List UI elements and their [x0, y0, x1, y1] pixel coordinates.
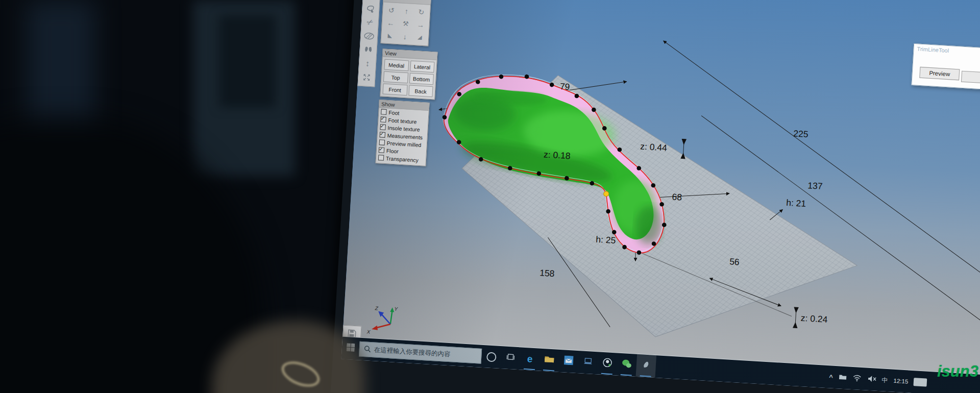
- ok-button[interactable]: OK: [961, 71, 980, 86]
- checkbox[interactable]: [379, 139, 385, 145]
- tray-folder-icon[interactable]: [838, 374, 847, 382]
- search-input[interactable]: 在這裡輸入你要搜尋的內容: [359, 341, 482, 364]
- insole-app-button[interactable]: [636, 354, 657, 378]
- show-item-label: Transparency: [386, 155, 419, 163]
- label-z-forefoot: z: 0.44: [640, 141, 668, 153]
- move-left-icon[interactable]: [383, 16, 399, 29]
- cortana-button[interactable]: [481, 345, 502, 369]
- checkbox[interactable]: [379, 132, 385, 138]
- mail-app-button[interactable]: [558, 350, 579, 373]
- label-forefoot-width: 79: [559, 81, 570, 92]
- clock[interactable]: 12:15: [893, 378, 908, 385]
- show-item-label: Floor: [386, 148, 399, 154]
- label-mid-length: 137: [807, 180, 823, 191]
- wifi-icon[interactable]: [852, 374, 862, 383]
- wechat-icon: [621, 359, 632, 371]
- selected-trim-point[interactable]: [603, 191, 609, 197]
- label-total-length: 225: [793, 128, 808, 139]
- qq-button[interactable]: [597, 352, 618, 375]
- view-lateral-button[interactable]: Lateral: [410, 61, 435, 73]
- background-monitor-shadow: [219, 15, 276, 107]
- checkbox[interactable]: [380, 116, 386, 122]
- task-view-icon: [506, 353, 515, 363]
- axis-x-label: X: [366, 329, 371, 334]
- view-panel: View Medial Lateral Top Bottom Front Bac…: [380, 48, 437, 100]
- search-icon: [363, 345, 371, 354]
- hatch-area-icon[interactable]: [364, 31, 375, 41]
- folder-icon: [544, 355, 555, 365]
- tray-expand-icon[interactable]: [829, 373, 833, 381]
- monitor-screen: 79 225 137 h: 21 z: 0.44 z: 0.18 68 h: 2…: [341, 0, 980, 393]
- label-z-heel: z: 0.24: [800, 313, 828, 325]
- cortana-icon: [486, 352, 496, 362]
- tilt-left-icon[interactable]: [382, 29, 398, 42]
- mail-icon: [564, 356, 573, 367]
- task-view-button[interactable]: [500, 346, 521, 370]
- search-placeholder: 在這裡輸入你要搜尋的內容: [374, 346, 451, 359]
- tools-icon[interactable]: [398, 17, 413, 30]
- insole-app-icon: [641, 359, 651, 372]
- ime-indicator[interactable]: 中: [881, 376, 888, 385]
- wechat-button[interactable]: [617, 353, 638, 377]
- label-lateral-height: h: 21: [786, 198, 806, 209]
- laptop-icon: [582, 357, 593, 368]
- checkbox[interactable]: [380, 124, 386, 130]
- view-back-button[interactable]: Back: [408, 85, 433, 97]
- navigation-panel: [380, 0, 431, 46]
- checkbox[interactable]: [379, 147, 385, 153]
- volume-muted-icon[interactable]: [867, 375, 876, 384]
- this-pc-button[interactable]: [578, 351, 599, 374]
- show-item-label: Foot: [388, 109, 400, 116]
- expand-icon[interactable]: [361, 72, 372, 82]
- checkbox[interactable]: [378, 155, 384, 161]
- preview-button[interactable]: Preview: [919, 67, 960, 81]
- file-explorer-button[interactable]: [539, 349, 560, 372]
- label-arch-width: 68: [672, 191, 682, 202]
- view-top-button[interactable]: Top: [383, 71, 408, 84]
- photo-of-monitor: 79 225 137 h: 21 z: 0.44 z: 0.18 68 h: 2…: [0, 0, 980, 393]
- height-adjust-icon[interactable]: [362, 59, 373, 68]
- rotate-cw-icon[interactable]: [413, 6, 429, 18]
- label-z-medial: z: 0.18: [543, 149, 571, 161]
- move-up-icon[interactable]: [399, 5, 414, 17]
- show-panel: Show Foot Foot texture Insole texture Me…: [375, 100, 429, 166]
- tilt-right-icon[interactable]: [412, 31, 428, 44]
- label-medial-height: h: 25: [596, 234, 616, 245]
- move-right-icon[interactable]: [413, 18, 429, 31]
- label-heel-width: 56: [729, 256, 740, 267]
- isun-logo: isun3: [937, 362, 978, 381]
- insole-pair-icon[interactable]: [363, 45, 374, 55]
- edge-browser-button[interactable]: [520, 347, 541, 371]
- scissors-icon[interactable]: [364, 17, 375, 27]
- touch-keyboard-button[interactable]: [914, 378, 927, 387]
- view-bottom-button[interactable]: Bottom: [409, 73, 434, 85]
- view-front-button[interactable]: Front: [382, 84, 407, 96]
- select-region-icon[interactable]: [365, 4, 376, 13]
- view-medial-button[interactable]: Medial: [384, 59, 409, 71]
- checkbox[interactable]: [381, 109, 387, 115]
- qq-icon: [602, 358, 612, 370]
- move-down-icon[interactable]: [397, 30, 413, 43]
- dialog-title: TrimLineTool: [914, 44, 980, 62]
- label-heel-length: 158: [540, 267, 555, 279]
- rotate-ccw-icon[interactable]: [384, 4, 400, 16]
